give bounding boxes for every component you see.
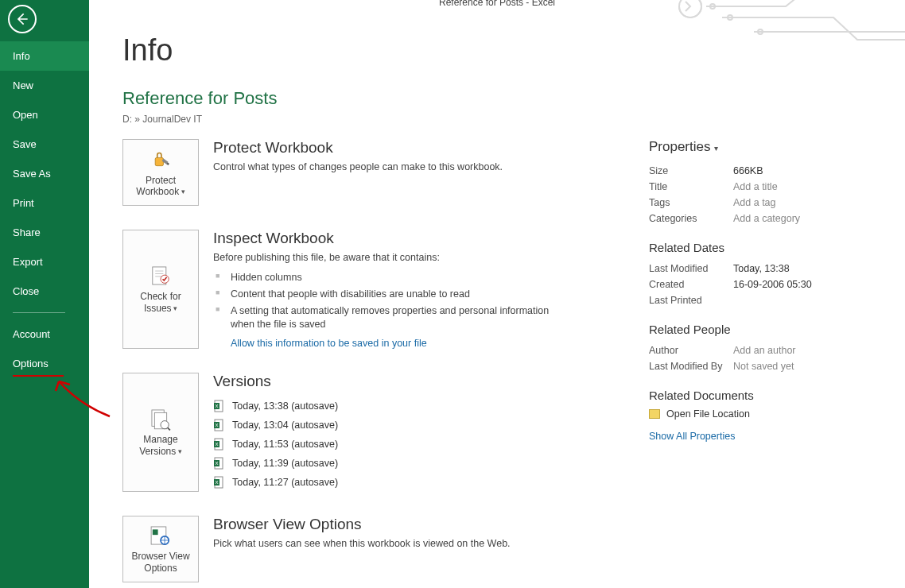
inspect-title: Inspect Workbook (213, 230, 563, 247)
property-row-created: Created16-09-2006 05:30 (649, 277, 895, 292)
versions-title: Versions (213, 373, 338, 390)
chevron-down-icon: ▾ (179, 188, 185, 195)
browser-view-options-button-label: Browser View Options (131, 551, 189, 573)
browser-view-icon (147, 524, 174, 547)
inspect-bullets: Hidden columns Content that people with … (213, 269, 563, 333)
show-all-properties-link[interactable]: Show All Properties (649, 431, 735, 442)
version-label: Today, 11:53 (autosave) (232, 439, 338, 450)
nav-item-save-as[interactable]: Save As (0, 159, 89, 188)
svg-rect-27 (153, 529, 158, 535)
excel-file-icon: X (213, 438, 226, 451)
svg-text:X: X (215, 461, 218, 466)
svg-rect-5 (155, 157, 163, 165)
chevron-down-icon: ▾ (714, 144, 718, 153)
chevron-down-icon: ▾ (176, 447, 182, 455)
protect-workbook-button-label: Protect Workbook (136, 175, 179, 197)
document-title: Reference for Posts (122, 88, 905, 109)
svg-text:X: X (215, 480, 218, 485)
properties-heading[interactable]: Properties ▾ (649, 139, 895, 155)
nav-item-export[interactable]: Export (0, 247, 89, 277)
nav-list: Info New Open Save Save As Print Share E… (0, 41, 89, 377)
version-item[interactable]: XToday, 11:27 (autosave) (213, 473, 338, 492)
version-label: Today, 11:27 (autosave) (232, 477, 338, 488)
version-item[interactable]: XToday, 13:04 (autosave) (213, 416, 338, 435)
allow-info-link[interactable]: Allow this information to be saved in yo… (231, 338, 427, 349)
nav-separator (13, 312, 65, 313)
protect-title: Protect Workbook (213, 139, 503, 157)
excel-file-icon: X (213, 476, 226, 489)
property-row-title[interactable]: TitleAdd a title (649, 179, 895, 195)
property-row-tags[interactable]: TagsAdd a tag (649, 195, 895, 211)
folder-icon (649, 409, 660, 419)
related-people-heading: Related People (649, 323, 895, 336)
property-row-last-printed: Last Printed (649, 292, 895, 308)
version-label: Today, 11:39 (autosave) (232, 458, 338, 469)
manage-versions-button[interactable]: Manage Versions ▾ (122, 373, 199, 492)
excel-file-icon: X (213, 419, 226, 431)
svg-text:X: X (215, 404, 218, 408)
window-title: Reference for Posts - Excel (439, 0, 555, 8)
property-row-size: Size666KB (649, 163, 895, 179)
protect-desc: Control what types of changes people can… (213, 161, 503, 172)
version-item[interactable]: XToday, 13:38 (autosave) (213, 397, 338, 416)
property-row-categories[interactable]: CategoriesAdd a category (649, 211, 895, 226)
manage-versions-button-label: Manage Versions (139, 434, 177, 456)
main-area: Reference for Posts - Excel Info Referen… (89, 0, 905, 588)
nav-item-print[interactable]: Print (0, 188, 89, 218)
check-for-issues-button[interactable]: Check for Issues ▾ (122, 230, 199, 349)
related-dates-heading: Related Dates (649, 241, 895, 254)
protect-workbook-button[interactable]: Protect Workbook ▾ (122, 139, 199, 206)
nav-item-save[interactable]: Save (0, 130, 89, 159)
back-button[interactable] (8, 5, 37, 33)
versions-list: XToday, 13:38 (autosave) XToday, 13:04 (… (213, 397, 338, 492)
document-path: D: » JournalDev IT (122, 114, 905, 125)
nav-item-info[interactable]: Info (0, 41, 89, 71)
checklist-icon (147, 264, 174, 288)
property-row-last-modified-by: Last Modified ByNot saved yet (649, 358, 895, 374)
inspect-desc: Before publishing this file, be aware th… (213, 252, 563, 263)
back-arrow-icon (14, 11, 30, 27)
property-row-author[interactable]: AuthorAdd an author (649, 342, 895, 358)
nav-item-open[interactable]: Open (0, 100, 89, 130)
browser-view-desc: Pick what users can see when this workbo… (213, 538, 511, 549)
lock-icon (147, 148, 174, 172)
version-label: Today, 13:38 (autosave) (232, 400, 338, 412)
nav-item-new[interactable]: New (0, 71, 89, 100)
inspect-bullet: Hidden columns (213, 269, 563, 286)
version-item[interactable]: XToday, 11:39 (autosave) (213, 454, 338, 473)
inspect-bullet: Content that people with disabilities ar… (213, 286, 563, 303)
browser-view-title: Browser View Options (213, 516, 511, 533)
property-row-last-modified: Last ModifiedToday, 13:38 (649, 261, 895, 277)
nav-item-share[interactable]: Share (0, 218, 89, 247)
version-item[interactable]: XToday, 11:53 (autosave) (213, 435, 338, 454)
excel-file-icon: X (213, 400, 226, 412)
browser-view-options-button[interactable]: Browser View Options (122, 516, 199, 582)
excel-file-icon: X (213, 457, 226, 470)
version-label: Today, 13:04 (autosave) (232, 420, 338, 431)
chevron-down-icon: ▾ (172, 304, 178, 312)
open-file-location-link[interactable]: Open File Location (649, 408, 895, 420)
nav-item-account[interactable]: Account (0, 319, 89, 349)
inspect-bullet: A setting that automatically removes pro… (213, 303, 563, 333)
backstage-sidebar: Info New Open Save Save As Print Share E… (0, 0, 89, 588)
related-documents-heading: Related Documents (649, 389, 895, 402)
nav-item-close[interactable]: Close (0, 277, 89, 306)
svg-text:X: X (215, 442, 218, 447)
svg-text:X: X (215, 423, 218, 427)
nav-item-options[interactable]: Options (0, 349, 89, 378)
versions-icon (147, 407, 174, 431)
watermark-icon (674, 0, 905, 74)
annotation-underline (13, 375, 64, 377)
